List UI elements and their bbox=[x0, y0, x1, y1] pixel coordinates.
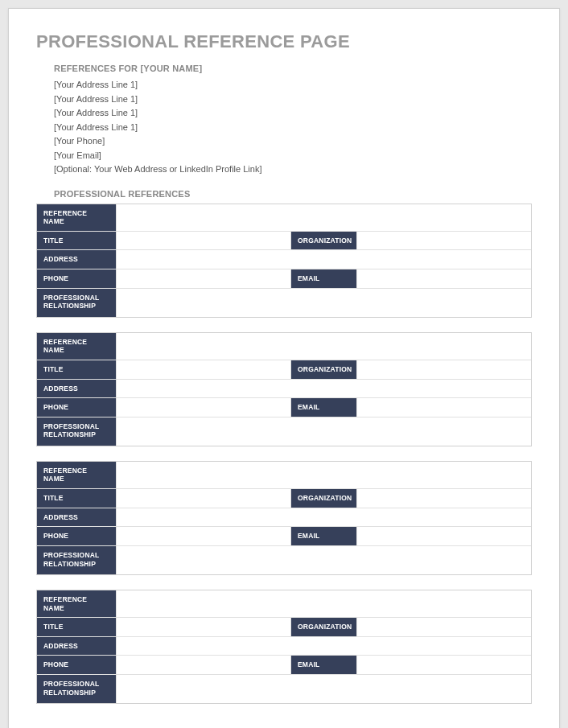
input-phone[interactable] bbox=[116, 656, 290, 674]
row-phone: PHONEEMAIL bbox=[37, 269, 531, 288]
input-professional-relationship[interactable] bbox=[116, 675, 531, 703]
reference-table: REFERENCE NAMETITLEORGANIZATIONADDRESSPH… bbox=[36, 590, 532, 704]
row-title: TITLEORGANIZATION bbox=[37, 488, 531, 508]
row-address: ADDRESS bbox=[37, 508, 531, 527]
label-email: EMAIL bbox=[290, 269, 356, 288]
address-line: [Your Address Line 1] bbox=[54, 78, 532, 92]
row-reference-name: REFERENCE NAME bbox=[37, 204, 531, 231]
reference-table: REFERENCE NAMETITLEORGANIZATIONADDRESSPH… bbox=[36, 204, 532, 318]
row-reference-name: REFERENCE NAME bbox=[37, 590, 531, 617]
label-organization: ORGANIZATION bbox=[290, 489, 356, 508]
input-professional-relationship[interactable] bbox=[116, 289, 531, 317]
label-professional-relationship: PROFESSIONAL RELATIONSHIP bbox=[37, 675, 116, 703]
reference-table: REFERENCE NAMETITLEORGANIZATIONADDRESSPH… bbox=[36, 332, 532, 446]
row-professional-relationship: PROFESSIONAL RELATIONSHIP bbox=[37, 417, 531, 446]
label-address: ADDRESS bbox=[37, 250, 116, 269]
input-title[interactable] bbox=[116, 360, 290, 379]
label-email: EMAIL bbox=[290, 527, 356, 545]
input-professional-relationship[interactable] bbox=[116, 546, 531, 574]
row-phone: PHONEEMAIL bbox=[37, 526, 531, 545]
input-organization[interactable] bbox=[356, 360, 531, 379]
label-organization: ORGANIZATION bbox=[290, 360, 356, 379]
label-email: EMAIL bbox=[290, 656, 356, 674]
row-address: ADDRESS bbox=[37, 249, 531, 269]
input-organization[interactable] bbox=[356, 489, 531, 508]
label-title: TITLE bbox=[37, 232, 116, 250]
input-reference-name[interactable] bbox=[116, 204, 531, 231]
address-line: [Your Email] bbox=[54, 149, 532, 162]
input-professional-relationship[interactable] bbox=[116, 417, 531, 446]
input-title[interactable] bbox=[116, 618, 290, 636]
label-email: EMAIL bbox=[290, 398, 356, 417]
label-phone: PHONE bbox=[37, 269, 116, 288]
label-title: TITLE bbox=[37, 360, 116, 379]
label-organization: ORGANIZATION bbox=[290, 618, 356, 636]
address-line: [Your Address Line 1] bbox=[54, 106, 532, 120]
page-title: PROFESSIONAL REFERENCE PAGE bbox=[36, 31, 532, 52]
label-professional-relationship: PROFESSIONAL RELATIONSHIP bbox=[37, 289, 116, 317]
input-reference-name[interactable] bbox=[116, 333, 531, 360]
input-email[interactable] bbox=[356, 398, 531, 417]
input-address[interactable] bbox=[116, 508, 531, 527]
label-phone: PHONE bbox=[37, 398, 116, 417]
input-address[interactable] bbox=[116, 380, 531, 398]
input-title[interactable] bbox=[116, 489, 290, 508]
label-reference-name: REFERENCE NAME bbox=[37, 590, 116, 617]
header-block: REFERENCES FOR [YOUR NAME] [Your Address… bbox=[36, 64, 532, 199]
label-address: ADDRESS bbox=[37, 508, 116, 527]
label-phone: PHONE bbox=[37, 656, 116, 674]
references-for-label: REFERENCES FOR [YOUR NAME] bbox=[54, 64, 532, 73]
address-line: [Your Address Line 1] bbox=[54, 93, 532, 106]
input-address[interactable] bbox=[116, 250, 531, 269]
input-reference-name[interactable] bbox=[116, 462, 531, 488]
reference-table: REFERENCE NAMETITLEORGANIZATIONADDRESSPH… bbox=[36, 461, 532, 575]
row-phone: PHONEEMAIL bbox=[37, 397, 531, 417]
row-address: ADDRESS bbox=[37, 636, 531, 656]
input-phone[interactable] bbox=[116, 269, 290, 288]
label-professional-relationship: PROFESSIONAL RELATIONSHIP bbox=[37, 546, 116, 574]
label-address: ADDRESS bbox=[37, 637, 116, 656]
address-line: [Your Address Line 1] bbox=[54, 121, 532, 134]
row-reference-name: REFERENCE NAME bbox=[37, 333, 531, 360]
address-lines: [Your Address Line 1] [Your Address Line… bbox=[54, 78, 532, 176]
input-phone[interactable] bbox=[116, 527, 290, 545]
input-email[interactable] bbox=[356, 656, 531, 674]
label-reference-name: REFERENCE NAME bbox=[37, 333, 116, 360]
row-address: ADDRESS bbox=[37, 379, 531, 398]
row-title: TITLEORGANIZATION bbox=[37, 360, 531, 379]
label-reference-name: REFERENCE NAME bbox=[37, 204, 116, 231]
label-title: TITLE bbox=[37, 489, 116, 508]
label-phone: PHONE bbox=[37, 527, 116, 545]
label-title: TITLE bbox=[37, 618, 116, 636]
input-email[interactable] bbox=[356, 527, 531, 545]
address-line: [Your Phone] bbox=[54, 134, 532, 148]
label-reference-name: REFERENCE NAME bbox=[37, 462, 116, 488]
row-reference-name: REFERENCE NAME bbox=[37, 462, 531, 488]
input-title[interactable] bbox=[116, 232, 290, 250]
label-organization: ORGANIZATION bbox=[290, 232, 356, 250]
reference-page: PROFESSIONAL REFERENCE PAGE REFERENCES F… bbox=[8, 8, 560, 728]
row-professional-relationship: PROFESSIONAL RELATIONSHIP bbox=[37, 674, 531, 703]
input-email[interactable] bbox=[356, 269, 531, 288]
input-address[interactable] bbox=[116, 637, 531, 656]
row-professional-relationship: PROFESSIONAL RELATIONSHIP bbox=[37, 545, 531, 574]
input-phone[interactable] bbox=[116, 398, 290, 417]
row-title: TITLEORGANIZATION bbox=[37, 231, 531, 250]
input-reference-name[interactable] bbox=[116, 590, 531, 617]
label-address: ADDRESS bbox=[37, 380, 116, 398]
row-title: TITLEORGANIZATION bbox=[37, 617, 531, 636]
row-phone: PHONEEMAIL bbox=[37, 655, 531, 674]
label-professional-relationship: PROFESSIONAL RELATIONSHIP bbox=[37, 417, 116, 446]
input-organization[interactable] bbox=[356, 618, 531, 636]
professional-references-label: PROFESSIONAL REFERENCES bbox=[54, 189, 532, 199]
row-professional-relationship: PROFESSIONAL RELATIONSHIP bbox=[37, 288, 531, 317]
address-line: [Optional: Your Web Address or LinkedIn … bbox=[54, 162, 532, 176]
reference-tables: REFERENCE NAMETITLEORGANIZATIONADDRESSPH… bbox=[36, 204, 532, 705]
input-organization[interactable] bbox=[356, 232, 531, 250]
